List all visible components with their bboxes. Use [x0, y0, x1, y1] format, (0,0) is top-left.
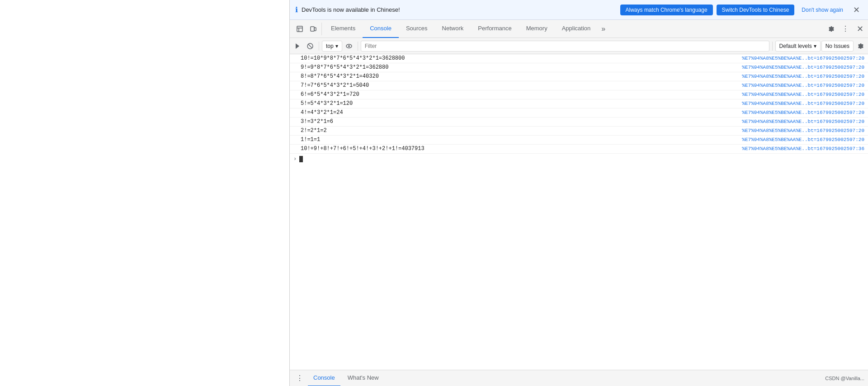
bottom-bar: ⋮ Console What's New CSDN @Vanilla...: [290, 370, 868, 386]
device-toolbar-button[interactable]: [307, 23, 320, 35]
inspect-element-button[interactable]: [293, 23, 306, 35]
console-row-content: 10!=10*9*8*7*6*5*4*3*2*1=3628800: [301, 55, 738, 61]
console-output: 10!=10*9*8*7*6*5*4*3*2*1=3628800%E7%94%A…: [290, 54, 868, 370]
svg-point-9: [348, 45, 350, 47]
console-row-content: 8!=8*7*6*5*4*3*2*1=40320: [301, 73, 738, 80]
devtools-panel: ℹ DevTools is now available in Chinese! …: [289, 0, 868, 386]
console-row-link[interactable]: %E7%94%A8%E5%BE%AA%E..bt=1679925002597:2…: [742, 56, 864, 61]
live-expression-button[interactable]: [343, 40, 355, 52]
console-row: 10!+9!+8!+7!+6!+5!+4!+3!+2!+1!=4037913%E…: [290, 145, 868, 154]
svg-rect-0: [297, 26, 302, 32]
console-row-link[interactable]: %E7%94%A8%E5%BE%AA%E..bt=1679925002597:2…: [742, 110, 864, 115]
notification-text: DevTools is now available in Chinese!: [302, 6, 617, 13]
console-row-link[interactable]: %E7%94%A8%E5%BE%AA%E..bt=1679925002597:2…: [742, 101, 864, 106]
filter-input[interactable]: [361, 41, 769, 52]
tab-sources[interactable]: Sources: [399, 20, 435, 38]
tab-console[interactable]: Console: [363, 20, 399, 38]
tab-bar: Elements Console Sources Network Perform…: [290, 20, 868, 38]
bottom-menu-button[interactable]: ⋮: [293, 372, 306, 385]
bottom-tab-console[interactable]: Console: [308, 370, 340, 386]
console-row-content: 2!=2*1=2: [301, 127, 738, 134]
console-row: 6!=6*5*4*3*2*1=720%E7%94%A8%E5%BE%AA%E..…: [290, 90, 868, 99]
console-settings-button[interactable]: [854, 40, 866, 52]
console-row-content: 7!=7*6*5*4*3*2*1=5040: [301, 82, 738, 89]
console-row: 8!=8*7*6*5*4*3*2*1=40320%E7%94%A8%E5%BE%…: [290, 72, 868, 81]
notification-bar: ℹ DevTools is now available in Chinese! …: [290, 0, 868, 20]
console-row-link[interactable]: %E7%94%A8%E5%BE%AA%E..bt=1679925002597:3…: [742, 146, 864, 151]
no-issues-button[interactable]: No Issues: [821, 41, 854, 52]
console-row-content: 4!=4*3*2*1=24: [301, 109, 738, 116]
toolbar-separator-1: [319, 42, 319, 51]
console-row: 5!=5*4*3*2*1=120%E7%94%A8%E5%BE%AA%E..bt…: [290, 99, 868, 108]
console-prompt-chevron: ›: [293, 156, 297, 162]
console-row: 4!=4*3*2*1=24%E7%94%A8%E5%BE%AA%E..bt=16…: [290, 108, 868, 118]
default-levels-arrow: ▾: [814, 43, 816, 49]
run-snippet-button[interactable]: [292, 40, 303, 52]
toolbar-separator-3: [772, 42, 773, 51]
tab-application[interactable]: Application: [555, 20, 598, 38]
console-row-content: 5!=5*4*3*2*1=120: [301, 100, 738, 107]
console-toolbar: top ▾ Default levels ▾ No Issues: [290, 38, 868, 54]
more-options-button[interactable]: ⋮: [839, 23, 852, 35]
bottom-bar-right-text: CSDN @Vanilla...: [825, 376, 864, 381]
console-row: 3!=3*2*1=6%E7%94%A8%E5%BE%AA%E..bt=16799…: [290, 118, 868, 127]
console-row: 1!=1=1%E7%94%A8%E5%BE%AA%E..bt=167992500…: [290, 136, 868, 145]
console-row: 7!=7*6*5*4*3*2*1=5040%E7%94%A8%E5%BE%AA%…: [290, 81, 868, 90]
toolbar-separator-2: [358, 42, 358, 51]
tab-bar-left-icons: [292, 23, 322, 35]
info-icon: ℹ: [295, 5, 298, 14]
svg-rect-3: [311, 27, 314, 31]
tab-memory[interactable]: Memory: [519, 20, 555, 38]
console-row-link[interactable]: %E7%94%A8%E5%BE%AA%E..bt=1679925002597:2…: [742, 119, 864, 124]
console-row-content: 6!=6*5*4*3*2*1=720: [301, 91, 738, 98]
console-row-content: 1!=1=1: [301, 137, 738, 143]
default-levels-button[interactable]: Default levels ▾: [775, 41, 821, 52]
svg-rect-4: [314, 28, 316, 31]
switch-to-chinese-button[interactable]: Switch DevTools to Chinese: [717, 5, 795, 15]
console-row-link[interactable]: %E7%94%A8%E5%BE%AA%E..bt=1679925002597:2…: [742, 137, 864, 142]
always-match-button[interactable]: Always match Chrome's language: [620, 5, 713, 15]
settings-gear-button[interactable]: [825, 23, 837, 35]
tab-network[interactable]: Network: [435, 20, 471, 38]
notification-close-button[interactable]: ✕: [850, 4, 863, 16]
svg-marker-5: [296, 43, 299, 49]
bottom-tab-whats-new[interactable]: What's New: [342, 370, 384, 386]
tab-elements[interactable]: Elements: [324, 20, 363, 38]
clear-console-button[interactable]: [304, 40, 316, 52]
console-row-link[interactable]: %E7%94%A8%E5%BE%AA%E..bt=1679925002597:2…: [742, 74, 864, 79]
console-row: 10!=10*9*8*7*6*5*4*3*2*1=3628800%E7%94%A…: [290, 54, 868, 63]
console-row-content: 10!+9!+8!+7!+6!+5!+4!+3!+2!+1!=4037913: [301, 146, 738, 152]
tab-bar-right-controls: ⋮ ✕: [825, 23, 866, 35]
tab-performance[interactable]: Performance: [471, 20, 519, 38]
console-row-link[interactable]: %E7%94%A8%E5%BE%AA%E..bt=1679925002597:2…: [742, 128, 864, 133]
close-devtools-button[interactable]: ✕: [854, 23, 866, 35]
page-background: [0, 0, 289, 386]
console-row: 2!=2*1=2%E7%94%A8%E5%BE%AA%E..bt=1679925…: [290, 127, 868, 136]
console-row-link[interactable]: %E7%94%A8%E5%BE%AA%E..bt=1679925002597:2…: [742, 65, 864, 70]
console-row: 9!=9*8*7*6*5*4*3*2*1=362880%E7%94%A8%E5%…: [290, 63, 868, 72]
console-row-content: 3!=3*2*1=6: [301, 118, 738, 125]
console-row-content: 9!=9*8*7*6*5*4*3*2*1=362880: [301, 64, 738, 71]
dont-show-again-button[interactable]: Don't show again: [798, 5, 847, 15]
svg-line-7: [308, 44, 312, 48]
tab-overflow-button[interactable]: »: [598, 20, 609, 38]
dropdown-arrow-icon: ▾: [335, 43, 338, 49]
console-row-link[interactable]: %E7%94%A8%E5%BE%AA%E..bt=1679925002597:2…: [742, 83, 864, 88]
context-dropdown[interactable]: top ▾: [322, 41, 342, 52]
console-input-row[interactable]: ›: [290, 154, 868, 165]
console-cursor: [299, 156, 303, 162]
console-row-link[interactable]: %E7%94%A8%E5%BE%AA%E..bt=1679925002597:2…: [742, 92, 864, 97]
